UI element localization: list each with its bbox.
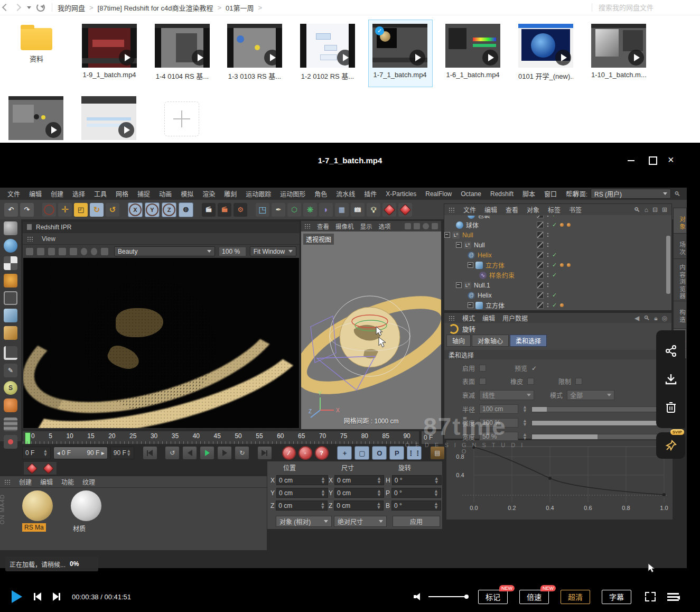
deformer-icon[interactable]: ◗ [319, 203, 333, 217]
record-key-button[interactable]: ⁄ [282, 446, 296, 460]
preview-checkbox[interactable]: ✓ [531, 365, 537, 372]
tree-row[interactable]: Lº Null.1 [444, 280, 665, 290]
volume-icon[interactable] [414, 592, 423, 601]
width-slider[interactable] [531, 434, 664, 440]
menu-item[interactable]: RealFlow [425, 190, 452, 198]
tab-object-axis[interactable]: 对象轴心 [472, 335, 509, 347]
key-pla-button[interactable]: ⋮⋮ [407, 446, 422, 460]
end-frame-field[interactable]: 90 F▲▼ [110, 447, 134, 459]
collapse-toggle[interactable] [468, 262, 473, 268]
attr-menu[interactable]: 用户数据 [502, 313, 528, 322]
refresh-icon[interactable] [35, 2, 46, 13]
rot-h-field[interactable]: 0 °▲▼ [392, 475, 442, 485]
om-menu[interactable]: 对象 [527, 205, 539, 214]
next-frame-button[interactable] [217, 446, 232, 460]
paint-icon[interactable] [4, 398, 17, 412]
toggle-view-icon[interactable] [432, 223, 438, 229]
redo-icon[interactable]: ↷ [20, 203, 34, 217]
mode-dropdown[interactable]: 全部 [567, 390, 614, 400]
mat-menu[interactable]: 纹理 [82, 477, 95, 486]
pin-icon[interactable] [665, 439, 677, 452]
attr-search-icon[interactable]: 🔍︎ [643, 314, 650, 322]
stop-icon[interactable] [26, 248, 33, 255]
om-search-icon[interactable]: 🔍︎ [634, 206, 640, 214]
region-icon[interactable] [101, 248, 108, 255]
maximize-button[interactable] [647, 155, 658, 166]
upload-plus-tile[interactable] [164, 101, 199, 136]
z-axis-lock-icon[interactable]: Z [162, 202, 176, 217]
frame-field-right[interactable]: 0 F [421, 431, 443, 444]
attr-lock-icon[interactable]: 🔒︎ [654, 314, 657, 322]
tab-content-browser[interactable]: 内容浏览器 [673, 258, 687, 306]
close-button[interactable]: × [668, 155, 679, 166]
layers-icon[interactable] [4, 418, 17, 431]
rot-p-field[interactable]: 0 °▲▼ [391, 488, 441, 498]
strength-slider[interactable] [531, 420, 664, 426]
menu-item[interactable]: 工具 [94, 189, 107, 198]
ipr-view-menu[interactable]: View [42, 235, 55, 243]
drag-handle-icon[interactable] [27, 236, 33, 242]
perspective-viewport[interactable]: 查看 摄像机 显示 选项 [301, 221, 441, 429]
tab-soft-selection[interactable]: 柔和选择 [510, 335, 547, 347]
y-axis-lock-icon[interactable]: Y [145, 202, 160, 217]
forward-icon[interactable] [12, 2, 23, 13]
render-view-icon[interactable]: 🎬︎ [202, 203, 216, 217]
x-axis-lock-icon[interactable]: X [128, 202, 143, 217]
menu-item[interactable]: 运动图形 [280, 189, 305, 198]
history-caret-icon[interactable] [23, 2, 35, 13]
tree-row[interactable]: ∿ 样条约束 ✓ [444, 270, 665, 280]
om-menu[interactable]: 标签 [548, 205, 561, 214]
drag-handle-icon[interactable] [4, 479, 11, 485]
frame-range-slider[interactable]: ◂ 0 F 90 F ▸ [53, 447, 107, 459]
honeycomb-icon[interactable] [4, 274, 17, 288]
om-expand-icon[interactable]: ⊞ [662, 206, 667, 214]
falloff-curve-editor[interactable]: 0.8 0.4 0.0 0.2 0.4 0.6 0.8 1.0 [446, 440, 673, 520]
viewport-menu[interactable]: 摄像机 [335, 222, 354, 230]
ipr-titlebar[interactable]: Redshift IPR [23, 221, 300, 233]
folder-item[interactable]: 资料 [16, 24, 57, 63]
redshift-gem2-icon[interactable] [398, 203, 412, 217]
material-ball-icon[interactable] [4, 221, 17, 235]
ipr-zoom-field[interactable]: 100 % [219, 247, 246, 256]
apply-button[interactable]: 应用 [393, 516, 440, 527]
primitive-cube-icon[interactable]: ◳ [256, 203, 269, 217]
search-box[interactable] [586, 3, 679, 12]
collapse-toggle[interactable] [468, 302, 473, 308]
material-item-selected[interactable]: RS Ma [22, 490, 53, 521]
pen-spline-icon[interactable]: ✒︎ [272, 203, 285, 217]
volume-slider[interactable] [428, 596, 466, 597]
menu-item[interactable]: 网格 [116, 189, 128, 198]
breadcrumb-root[interactable]: 我的网盘 [58, 3, 85, 13]
drag-handle-icon[interactable] [449, 316, 455, 321]
key-rotation-button[interactable]: O [372, 446, 387, 460]
pos-y-field[interactable]: 0 cm▲▼ [276, 488, 328, 498]
drag-handle-icon[interactable] [304, 224, 311, 229]
cube-blue-icon[interactable] [4, 309, 17, 322]
menu-item[interactable]: 角色 [314, 189, 327, 198]
size-z-field[interactable]: 0 cm▲▼ [334, 500, 384, 511]
pen-icon[interactable]: ✎ [4, 364, 17, 377]
mat-menu[interactable]: 编辑 [40, 477, 53, 486]
pass-dropdown[interactable]: Beauty [114, 246, 215, 256]
mat-menu[interactable]: 功能 [61, 477, 74, 486]
om-menu[interactable]: 编辑 [484, 205, 497, 214]
file-card[interactable]: 1-10_1_batch.m... [591, 24, 646, 79]
interface-dropdown[interactable]: RS (用户) [591, 189, 671, 199]
file-card[interactable]: 1-4 0104 RS 基... [155, 24, 210, 81]
camera-icon[interactable]: 📷︎ [351, 203, 365, 217]
undo-icon[interactable]: ↶ [4, 203, 18, 217]
speed-button[interactable]: 倍速NEW [519, 590, 549, 604]
drag-handle-icon[interactable] [449, 207, 455, 212]
tree-row[interactable]: 包裹 ✓ [444, 216, 665, 220]
cube-gold-icon[interactable] [4, 326, 17, 340]
cube-outline-icon[interactable] [4, 291, 17, 305]
current-frame-field[interactable]: 0 F▲▼ [22, 447, 51, 459]
size-y-field[interactable]: 0 cm▲▼ [334, 488, 384, 498]
file-card[interactable] [81, 96, 136, 140]
timeline-window-icon[interactable]: ▤ [430, 446, 445, 460]
delete-icon[interactable] [665, 401, 677, 414]
checker-icon[interactable] [4, 256, 17, 270]
om-scrollbar[interactable] [666, 236, 670, 294]
menu-item[interactable]: 动画 [159, 189, 172, 198]
material-item[interactable]: 材质 [71, 490, 101, 521]
